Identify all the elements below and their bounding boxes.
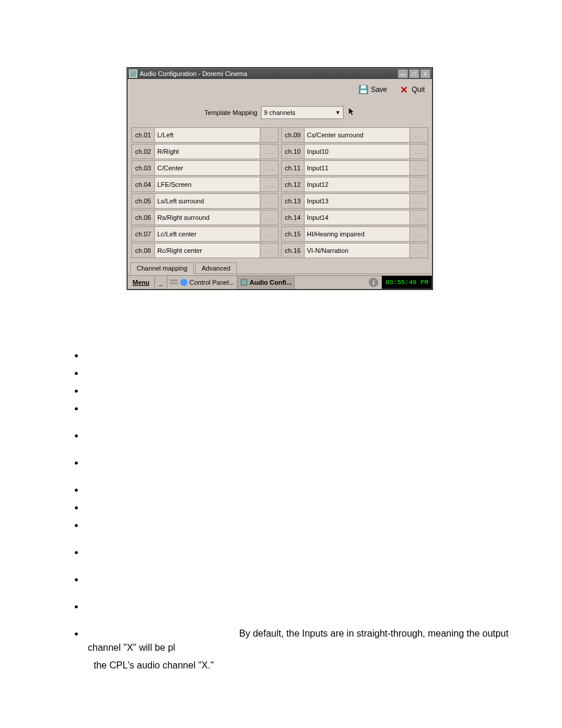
svg-rect-1 <box>361 85 366 88</box>
taskbar-audio-config[interactable]: Audio Confi... <box>237 276 295 289</box>
channel-number: ch.13 <box>281 193 305 209</box>
svg-rect-6 <box>241 279 247 285</box>
channel-row: ch.09Cs/Center surround. . . <box>281 127 428 143</box>
channel-browse-button[interactable]: . . . <box>410 210 428 225</box>
window-list-icon <box>170 278 178 286</box>
app-icon <box>129 70 137 78</box>
channel-value[interactable]: Rs/Right surround <box>155 210 260 225</box>
list-item: . <box>84 545 509 559</box>
list-item: . <box>84 384 509 398</box>
channel-number: ch.01 <box>131 127 155 143</box>
channel-value[interactable]: Input10 <box>305 144 410 159</box>
cursor-icon <box>348 107 355 118</box>
channel-row: ch.12Input12. . . <box>281 177 428 192</box>
list-item: . <box>84 456 509 470</box>
close-button[interactable]: × <box>420 69 431 78</box>
channel-number: ch.06 <box>131 210 155 225</box>
channel-browse-button[interactable]: . . . <box>260 243 279 258</box>
list-item: . <box>84 518 509 532</box>
quit-label: Quit <box>412 85 425 94</box>
channel-number: ch.04 <box>131 177 155 192</box>
channel-browse-button[interactable]: . . . <box>410 160 428 176</box>
template-mapping-row: Template Mapping 9 channels ▼ <box>128 100 432 127</box>
channel-value[interactable]: Input12 <box>305 177 410 192</box>
channel-number: ch.02 <box>131 144 155 159</box>
channel-number: ch.16 <box>281 243 305 258</box>
window-title: Audio Configuration - Doremi Cinema <box>140 70 397 77</box>
save-label: Save <box>371 85 387 94</box>
channel-row: ch.16VI-N/Narration. . . <box>281 243 428 258</box>
channel-number: ch.09 <box>281 127 305 143</box>
tab-advanced[interactable]: Advanced <box>195 262 237 274</box>
channel-value[interactable]: LFE/Screen <box>155 177 260 192</box>
channel-value[interactable]: Ls/Left surround <box>155 193 260 209</box>
channel-row: ch.04LFE/Screen. . . <box>131 177 279 192</box>
channel-browse-button[interactable]: . . . <box>260 193 279 209</box>
minimize-button[interactable]: — <box>398 69 408 78</box>
channel-value[interactable]: Input13 <box>305 193 410 209</box>
channel-value[interactable]: VI-N/Narration <box>305 243 410 258</box>
channel-browse-button[interactable]: . . . <box>260 127 279 143</box>
template-mapping-select[interactable]: 9 channels ▼ <box>261 106 343 119</box>
channel-browse-button[interactable]: . . . <box>260 144 279 159</box>
channel-value[interactable]: HI/Hearing impaired <box>305 226 410 242</box>
channel-browse-button[interactable]: . . . <box>410 177 428 192</box>
channel-number: ch.03 <box>131 160 155 176</box>
channel-browse-button[interactable]: . . . <box>410 127 428 143</box>
audio-config-icon <box>240 278 248 286</box>
channel-value[interactable]: R/Right <box>155 144 260 159</box>
tab-bar: Channel mapping Advanced <box>128 259 432 274</box>
channel-browse-button[interactable]: . . . <box>260 226 279 242</box>
list-item: . <box>84 500 509 515</box>
channel-value[interactable]: Input14 <box>305 210 410 225</box>
template-mapping-label: Template Mapping <box>204 109 257 116</box>
channel-value[interactable]: L/Left <box>155 127 260 143</box>
save-icon <box>358 84 369 95</box>
info-icon[interactable]: i <box>369 278 378 287</box>
tab-channel-mapping[interactable]: Channel mapping <box>130 262 194 274</box>
channel-value[interactable]: Cs/Center surround <box>305 127 410 143</box>
quit-button[interactable]: ✕ Quit <box>395 83 428 96</box>
titlebar: Audio Configuration - Doremi Cinema — □ … <box>128 68 432 79</box>
taskbar-show-desktop[interactable]: _ <box>155 276 167 289</box>
channel-value[interactable]: Lc/Left center <box>155 226 260 242</box>
document-text: . . . . . . . . . . . . By default, the … <box>0 289 562 673</box>
channel-browse-button[interactable]: . . . <box>410 226 428 242</box>
taskbar-menu[interactable]: Menu <box>128 276 155 289</box>
channel-browse-button[interactable]: . . . <box>410 243 428 258</box>
channel-browse-button[interactable]: . . . <box>410 193 428 209</box>
channel-row: ch.07Lc/Left center. . . <box>131 226 279 242</box>
channel-row: ch.08Rc/Right center. . . <box>131 243 279 258</box>
template-mapping-value: 9 channels <box>264 109 295 116</box>
list-item: . <box>84 366 509 380</box>
channel-value[interactable]: Rc/Right center <box>155 243 260 258</box>
toolbar: Save ✕ Quit <box>128 79 432 100</box>
channel-browse-button[interactable]: . . . <box>410 144 428 159</box>
taskbar-control-panel[interactable]: Control Panel... <box>167 276 237 289</box>
maximize-button[interactable]: □ <box>409 69 419 78</box>
channel-browse-button[interactable]: . . . <box>260 210 279 225</box>
channel-value[interactable]: C/Center <box>155 160 260 176</box>
list-item: . <box>84 599 509 614</box>
save-button[interactable]: Save <box>355 83 391 96</box>
app-window: Audio Configuration - Doremi Cinema — □ … <box>127 68 432 289</box>
chevron-down-icon: ▼ <box>335 110 340 116</box>
taskbar-control-panel-label: Control Panel... <box>190 279 234 286</box>
channel-number: ch.07 <box>131 226 155 242</box>
channel-row: ch.06Rs/Right surround. . . <box>131 210 279 225</box>
channel-browse-button[interactable]: . . . <box>260 160 279 176</box>
taskbar: Menu _ Control Panel... Audio Confi... <box>128 275 432 289</box>
channel-value[interactable]: Input11 <box>305 160 410 176</box>
svg-point-5 <box>180 279 187 286</box>
svg-rect-2 <box>361 90 366 93</box>
svg-rect-3 <box>170 279 178 281</box>
channel-row: ch.13Input13. . . <box>281 193 428 209</box>
channel-number: ch.14 <box>281 210 305 225</box>
channel-number: ch.15 <box>281 226 305 242</box>
channel-browse-button[interactable]: . . . <box>260 177 279 192</box>
taskbar-audio-config-label: Audio Confi... <box>250 279 292 286</box>
list-item: . <box>84 401 509 416</box>
list-item: . <box>84 429 509 443</box>
channel-number: ch.10 <box>281 144 305 159</box>
channel-row: ch.10Input10. . . <box>281 144 428 159</box>
